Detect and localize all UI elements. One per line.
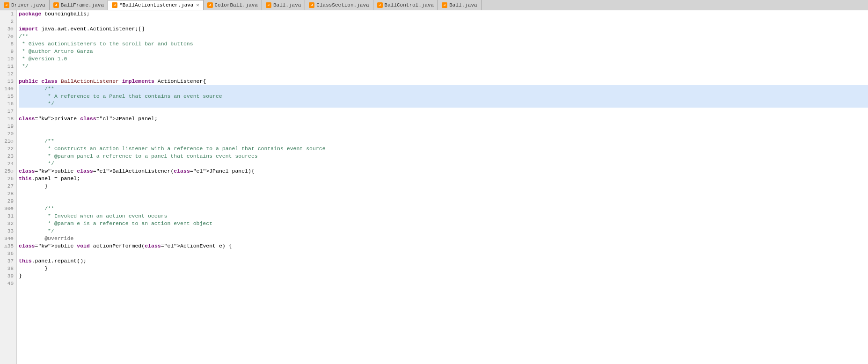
tab-label: Driver.java <box>11 2 45 8</box>
tab-ball2[interactable]: JBall.java <box>438 0 481 10</box>
code-line: this.panel.repaint(); <box>19 257 868 265</box>
java-icon: J <box>309 2 314 8</box>
code-line: */ <box>19 100 868 108</box>
tab-colorball[interactable]: JColorBall.java <box>204 0 262 10</box>
line-number: 34⊖ <box>2 235 14 242</box>
tab-driver[interactable]: JDriver.java <box>0 0 50 10</box>
line-number: 9 <box>2 48 14 55</box>
code-line: package bouncingballs; <box>19 10 868 18</box>
tab-label: ColorBall.java <box>215 2 258 8</box>
line-number: 11 <box>2 63 14 70</box>
line-number: 26 <box>2 175 14 182</box>
tab-ballframe[interactable]: JBallFrame.java <box>50 0 108 10</box>
line-number: 36 <box>2 250 14 257</box>
tab-ball[interactable]: JBall.java <box>262 0 305 10</box>
code-line: * Constructs an action listener with a r… <box>19 145 868 153</box>
code-content[interactable]: package bouncingballs; import java.awt.e… <box>17 10 868 364</box>
line-number: 31 <box>2 212 14 220</box>
code-line <box>19 70 868 78</box>
code-line: public class BallActionListener implemen… <box>19 78 868 85</box>
line-number: 25⊖ <box>2 167 14 175</box>
line-number: 3⊕ <box>2 25 14 33</box>
tab-ballcontrol[interactable]: JBallControl.java <box>373 0 438 10</box>
code-line: * Invoked when an action event occurs <box>19 212 868 220</box>
code-line: /** <box>19 138 868 145</box>
code-line: * @param panel a reference to a panel th… <box>19 153 868 160</box>
java-icon: J <box>266 2 271 8</box>
line-number: 21⊖ <box>2 138 14 145</box>
line-number: 18 <box>2 115 14 123</box>
tab-label: BallFrame.java <box>61 2 104 8</box>
close-tab-button[interactable]: ✕ <box>196 2 199 8</box>
tab-label: *BallActionListener.java <box>119 2 193 8</box>
line-number: △35 <box>2 242 14 250</box>
code-line: */ <box>19 160 868 167</box>
code-line: class="kw">public void actionPerformed(c… <box>19 242 868 250</box>
code-line <box>19 250 868 257</box>
line-number: 8 <box>2 40 14 48</box>
line-number: 30⊖ <box>2 205 14 212</box>
code-line: } <box>19 265 868 272</box>
java-icon: J <box>112 2 117 8</box>
line-number: 1 <box>2 10 14 18</box>
line-number: 17 <box>2 108 14 115</box>
line-number: 39 <box>2 272 14 280</box>
code-line: */ <box>19 227 868 235</box>
line-number: 16 <box>2 100 14 108</box>
tab-classsection[interactable]: JClassSection.java <box>305 0 373 10</box>
tab-bar: JDriver.javaJBallFrame.javaJ*BallActionL… <box>0 0 868 10</box>
tab-label: Ball.java <box>273 2 301 8</box>
line-number: 33 <box>2 227 14 235</box>
code-line: import java.awt.event.ActionListener;[] <box>19 25 868 33</box>
line-number: 20 <box>2 130 14 138</box>
line-number: 13 <box>2 78 14 85</box>
line-number: 28 <box>2 190 14 197</box>
tab-label: Ball.java <box>449 2 477 8</box>
java-icon: J <box>207 2 213 8</box>
java-icon: J <box>53 2 59 8</box>
code-line: * @param e is a reference to an action e… <box>19 220 868 227</box>
code-line <box>19 108 868 115</box>
code-line <box>19 197 868 205</box>
code-line: * Gives actionListeners to the scroll ba… <box>19 40 868 48</box>
code-line: @Override <box>19 235 868 242</box>
line-number: 40 <box>2 280 14 287</box>
line-number: 32 <box>2 220 14 227</box>
code-line <box>19 123 868 130</box>
code-line: */ <box>19 63 868 70</box>
code-line: } <box>19 272 868 280</box>
java-icon: J <box>377 2 383 8</box>
code-line: /** <box>19 85 868 93</box>
code-line: * @version 1.0 <box>19 55 868 63</box>
code-line <box>19 130 868 138</box>
line-number: 19 <box>2 123 14 130</box>
line-number: 29 <box>2 197 14 205</box>
line-number: 23 <box>2 153 14 160</box>
code-line <box>19 280 868 287</box>
line-number: 22 <box>2 145 14 153</box>
java-icon: J <box>442 2 447 8</box>
line-number: 27 <box>2 182 14 190</box>
code-line: * @author Arturo Garza <box>19 48 868 55</box>
code-line: } <box>19 182 868 190</box>
line-number: 14⊖ <box>2 85 14 93</box>
line-number: 10 <box>2 55 14 63</box>
code-line: /** <box>19 33 868 40</box>
code-line: /** <box>19 205 868 212</box>
line-number: 2 <box>2 18 14 25</box>
code-line: class="kw">private class="cl">JPanel pan… <box>19 115 868 123</box>
tab-ballactionlistener[interactable]: J*BallActionListener.java✕ <box>108 0 203 10</box>
line-number: 7⊖ <box>2 33 14 40</box>
code-line <box>19 18 868 25</box>
code-line: class="kw">public class="cl">BallActionL… <box>19 167 868 175</box>
code-line: this.panel = panel; <box>19 175 868 182</box>
code-line: * A reference to a Panel that contains a… <box>19 93 868 100</box>
code-line <box>19 190 868 197</box>
line-number: 12 <box>2 70 14 78</box>
editor-area: 123⊕7⊖891011121314⊖15161718192021⊖222324… <box>0 10 868 364</box>
line-numbers: 123⊕7⊖891011121314⊖15161718192021⊖222324… <box>0 10 17 364</box>
line-number: 37 <box>2 257 14 265</box>
java-icon: J <box>4 2 9 8</box>
line-number: 15 <box>2 93 14 100</box>
tab-label: BallControl.java <box>385 2 434 8</box>
